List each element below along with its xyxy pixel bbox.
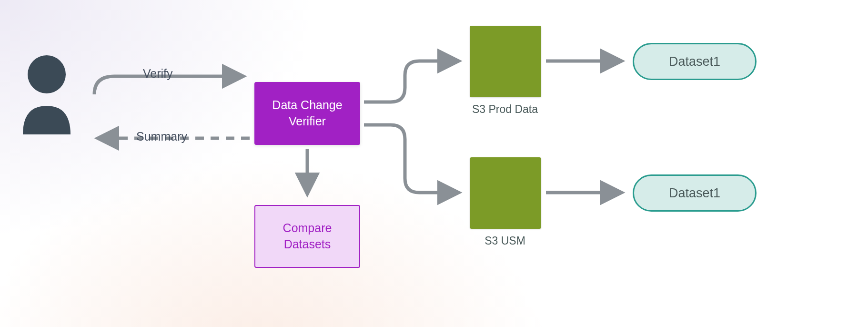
dataset-bot-label: Dataset1 [669, 184, 720, 202]
arrow-verifier-to-s3-bot [364, 125, 457, 193]
compare-datasets-node: Compare Datasets [254, 205, 360, 268]
data-change-verifier-node: Data Change Verifier [254, 82, 360, 145]
arrow-verifier-to-s3-top [364, 61, 457, 102]
s3-prod-data-node [470, 26, 541, 97]
s3-prod-data-label: S3 Prod Data [438, 103, 572, 116]
summary-edge-label: Summary [136, 130, 187, 143]
dataset-top-label: Dataset1 [669, 53, 720, 70]
verify-edge-label: Verify [143, 67, 173, 81]
dataset-bot-node: Dataset1 [633, 174, 757, 212]
dataset-top-node: Dataset1 [633, 43, 757, 80]
s3-usm-label: S3 USM [438, 235, 572, 247]
compare-label: Compare Datasets [283, 220, 332, 253]
user-icon [23, 55, 71, 134]
verifier-label: Data Change Verifier [272, 97, 342, 130]
s3-usm-node [470, 157, 541, 229]
svg-point-0 [28, 55, 66, 93]
